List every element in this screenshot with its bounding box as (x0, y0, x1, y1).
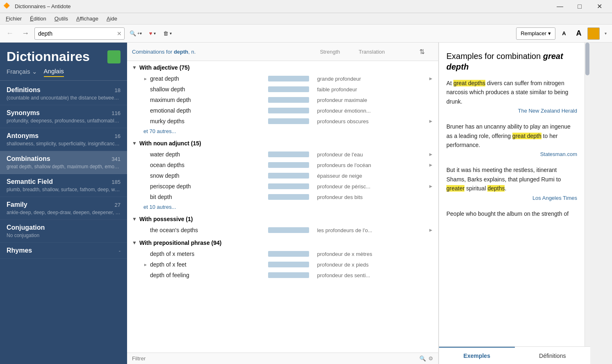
row-water-depth[interactable]: water depth profondeur de l'eau ► (127, 149, 438, 160)
row-depth-x-feet[interactable]: ► depth of x feet profondeur de x pieds (127, 259, 438, 270)
sidebar-item-definitions[interactable]: Definitions 18 (countable and uncountabl… (0, 82, 127, 105)
family-count: 27 (115, 202, 121, 208)
heart-icon: ♥ (149, 30, 152, 36)
filter-input[interactable] (132, 355, 419, 362)
color-arrow-button[interactable]: ▾ (602, 27, 609, 40)
section-possessive-header[interactable]: ▼ With possessive (1) (127, 213, 438, 225)
row-text: depth of x feet (150, 261, 260, 268)
menu-outils[interactable]: Outils (50, 15, 72, 23)
sidebar-item-combinations[interactable]: Combinations 341 great depth, shallow de… (0, 151, 127, 174)
sidebar-item-synonyms[interactable]: Synonyms 116 profundity, deepness, profo… (0, 105, 127, 128)
more-noun[interactable]: et 10 autres... (127, 202, 438, 212)
color-swatch[interactable] (587, 27, 600, 40)
remplacer-button[interactable]: Remplacer ▾ (516, 27, 555, 40)
row-translation: profondeur de périsc... (317, 183, 427, 190)
combo-word: great depth (446, 52, 563, 71)
row-snow-depth[interactable]: snow depth épaisseur de neige (127, 170, 438, 181)
font-large-button[interactable]: A (573, 27, 585, 40)
combinations-desc: great depth, shallow depth, maximum dept… (7, 164, 121, 170)
row-strength (260, 97, 317, 103)
sidebar-item-family[interactable]: Family 27 ankle-deep, deep, deep-draw, d… (0, 197, 127, 220)
lang-tab-francais[interactable]: Français ⌄ (7, 68, 37, 77)
row-depth-feeling[interactable]: depth of feeling profondeur des senti... (127, 270, 438, 280)
menu-aide[interactable]: Aide (102, 15, 121, 23)
search-clear-icon[interactable]: ✕ (114, 29, 124, 38)
trash-button[interactable]: 🗑 ▾ (161, 27, 174, 40)
row-strength (260, 183, 317, 189)
combinations-scroll[interactable]: ▼ With adjective (75) ► great depth gran… (127, 61, 438, 353)
antonyms-count: 16 (115, 133, 121, 139)
font-small-button[interactable]: A (558, 27, 570, 40)
minimize-button[interactable]: — (551, 0, 569, 13)
favorites-button[interactable]: ♥ ▾ (147, 27, 158, 40)
row-translation: faible profondeur (317, 86, 427, 93)
conjugation-name: Conjugation (7, 224, 45, 231)
definitions-count: 18 (115, 87, 121, 93)
row-text: water depth (150, 151, 260, 158)
row-oceans-depths[interactable]: the ocean's depths les profondeurs de l'… (127, 225, 438, 235)
row-strength (260, 162, 317, 168)
row-text: shallow depth (150, 86, 260, 93)
highlight-1: great depths (453, 80, 485, 86)
close-button[interactable]: ✕ (590, 0, 609, 13)
back-button[interactable]: ← (3, 27, 16, 40)
example-source-2[interactable]: Statesman.com (446, 151, 577, 157)
sort-button[interactable]: ⇅ (416, 46, 428, 57)
right-panel-footer: Exemples Définitions (439, 346, 590, 364)
section-prep-arrow: ▼ (132, 240, 137, 246)
example-block-2: Bruner has an uncanny ability to play an… (446, 122, 577, 157)
row-maximum-depth[interactable]: maximum depth profondeur maximale (127, 95, 438, 105)
maximize-button[interactable]: □ (570, 0, 589, 13)
search-input[interactable] (35, 30, 114, 37)
example-block-4: People who bought the album on the stren… (446, 209, 577, 218)
semantic-count: 185 (111, 179, 121, 185)
filter-icons: 🔍 ⚙ (419, 355, 433, 362)
add-search-button[interactable]: 🔍 +▾ (127, 27, 144, 40)
row-emotional-depth[interactable]: emotional depth profondeur émotionn... (127, 105, 438, 116)
filter-options-icon[interactable]: ⚙ (428, 355, 433, 362)
row-periscope-depth[interactable]: periscope depth profondeur de périsc... … (127, 181, 438, 192)
sidebar-item-rhymes[interactable]: Rhymes - (0, 243, 127, 259)
search-plus-label: +▾ (137, 31, 142, 36)
row-text: bit depth (150, 194, 260, 200)
row-translation: profondeur de l'eau (317, 151, 427, 158)
row-bit-depth[interactable]: bit depth profondeur des bits (127, 192, 438, 202)
definitions-desc: (countable and uncountable) the distance… (7, 95, 121, 101)
example-source-1[interactable]: The New Zealand Herald (446, 108, 577, 114)
forward-button[interactable]: → (19, 27, 32, 40)
tab-exemples[interactable]: Exemples (439, 347, 515, 364)
toolbar: ← → ✕ 🔍 +▾ ♥ ▾ 🗑 ▾ Remplacer ▾ A A ▾ (0, 25, 612, 43)
section-adjective-header[interactable]: ▼ With adjective (75) (127, 62, 438, 73)
row-strength (260, 262, 317, 267)
row-shallow-depth[interactable]: shallow depth faible profondeur (127, 84, 438, 95)
right-scroll[interactable] (585, 43, 590, 346)
sidebar-item-conjugation[interactable]: Conjugation No conjugation (0, 220, 127, 243)
example-text-3: But it was his meeting the restless, iti… (446, 165, 577, 193)
example-source-3[interactable]: Los Angeles Times (446, 195, 577, 201)
row-text: snow depth (150, 172, 260, 179)
anglais-label: Anglais (44, 68, 64, 75)
search-icon: 🔍 (419, 355, 426, 362)
row-great-depth[interactable]: ► great depth grande profondeur ► (127, 73, 438, 84)
menu-edition[interactable]: Édition (26, 15, 50, 23)
row-ocean-depths[interactable]: ocean depths profondeurs de l'océan ► (127, 160, 438, 170)
sidebar-item-semantic[interactable]: Semantic Field 185 plumb, breadth, shall… (0, 174, 127, 197)
row-translation: profondeur des senti... (317, 272, 427, 278)
lang-tab-anglais[interactable]: Anglais (44, 68, 64, 77)
menu-fichier[interactable]: Fichier (2, 15, 26, 23)
titlebar: 🔶 Dictionnaires – Antidote — □ ✕ (0, 0, 612, 13)
section-noun-header[interactable]: ▼ With noun adjunct (15) (127, 138, 438, 149)
row-murky-depths[interactable]: murky depths profondeurs obscures ► (127, 116, 438, 127)
sidebar-item-antonyms[interactable]: Antonyms 16 shallowness, simplicity, sup… (0, 128, 127, 151)
right-panel-content[interactable]: Examples for combination great depth At … (439, 43, 585, 346)
conjugation-desc: No conjugation (7, 233, 121, 238)
row-text: the ocean's depths (150, 227, 260, 233)
row-depth-x-meters[interactable]: depth of x meters profondeur de x mètres (127, 249, 438, 259)
section-prep-header[interactable]: ▼ With prepositional phrase (94) (127, 237, 438, 249)
more-adjective[interactable]: et 70 autres... (127, 127, 438, 136)
row-expand-icon: ► (427, 162, 433, 168)
antonyms-name: Antonyms (7, 132, 39, 140)
tab-definitions[interactable]: Définitions (515, 347, 591, 364)
menu-affichage[interactable]: Affichage (72, 15, 102, 23)
row-translation: épaisseur de neige (317, 173, 427, 179)
